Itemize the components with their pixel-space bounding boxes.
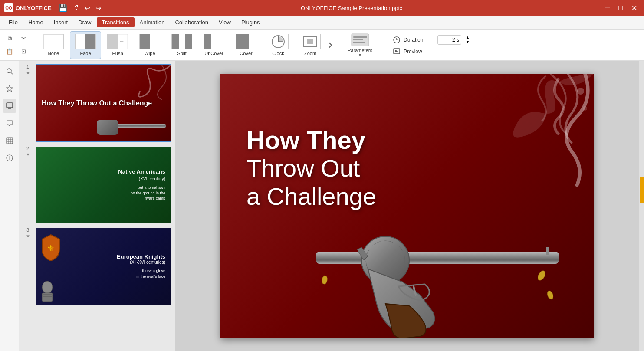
menu-file[interactable]: File — [3, 17, 23, 27]
slide-item-2[interactable]: 2 ★ Native Americans (XVII century) put … — [23, 146, 171, 224]
close-button[interactable]: ✕ — [629, 3, 640, 13]
svg-rect-11 — [249, 34, 249, 49]
parameters-button[interactable]: Parameters ▼ — [343, 31, 373, 59]
svg-rect-20 — [353, 36, 367, 38]
transition-push[interactable]: ← Push — [102, 31, 133, 59]
gun-thumbnail-1 — [97, 115, 171, 139]
slide-thumbnail-1[interactable]: How They Throw Out a Challenge — [36, 64, 171, 142]
slide1-background: How They Throw Out a Challenge — [36, 65, 171, 141]
svg-text:←: ← — [119, 38, 125, 44]
maximize-button[interactable]: □ — [616, 3, 625, 13]
svg-rect-31 — [7, 103, 13, 108]
slide-star-3: ★ — [26, 233, 30, 238]
slide-item-3[interactable]: 3 ★ ⚜ — [23, 227, 171, 305]
svg-point-52 — [546, 290, 554, 300]
svg-rect-42 — [42, 293, 53, 302]
transition-none-icon — [43, 34, 64, 49]
slide-star-1: ★ — [26, 70, 30, 75]
slide1-text: How They Throw Out a Challenge — [42, 99, 152, 108]
copy-button[interactable]: ⧉ — [3, 33, 16, 44]
slide2-title: Native Americans — [118, 168, 165, 175]
transition-fade[interactable]: Fade — [70, 31, 101, 59]
menu-draw[interactable]: Draw — [73, 17, 96, 27]
svg-point-41 — [42, 281, 53, 293]
redo-icon[interactable]: ↪ — [95, 4, 101, 12]
sidebar-star-button[interactable] — [3, 82, 16, 95]
duration-down[interactable]: ▼ — [466, 40, 470, 45]
menu-animation[interactable]: Animation — [135, 17, 170, 27]
toolbar: ⧉ ✂ 📋 ⊡ None Fade — [0, 30, 644, 61]
transition-cover-icon — [236, 34, 256, 49]
slide2-background: Native Americans (XVII century) put a to… — [36, 147, 171, 223]
duration-input[interactable] — [437, 35, 461, 45]
document-title: ONLYOFFICE Sample Presentation.pptx — [101, 5, 602, 11]
transition-zoom[interactable]: Zoom — [295, 31, 326, 59]
paste-button[interactable]: 📋 — [3, 46, 16, 57]
right-scrollbar[interactable] — [639, 61, 644, 351]
svg-rect-7 — [211, 34, 224, 49]
menu-view[interactable]: View — [214, 17, 236, 27]
main-slide[interactable]: How They Throw Out a Challenge — [220, 74, 594, 338]
canvas-area: How They Throw Out a Challenge — [175, 61, 639, 351]
menu-collaboration[interactable]: Collaboration — [170, 17, 214, 27]
slide-number-col-2: 2 ★ — [23, 146, 33, 157]
transition-split[interactable]: Split — [166, 31, 197, 59]
transition-wipe[interactable]: Wipe — [134, 31, 165, 59]
sidebar-info-button[interactable]: i — [3, 151, 16, 165]
slide-thumbnail-3[interactable]: ⚜ European Knights (XII-XVI centuries — [36, 227, 171, 305]
transition-split-label: Split — [177, 51, 186, 56]
sidebar-slides-button[interactable] — [3, 99, 16, 113]
side-panel: i — [0, 61, 19, 351]
cut-button[interactable]: ✂ — [17, 33, 30, 44]
undo-icon[interactable]: ↩ — [85, 4, 90, 12]
slide-item-1[interactable]: 1 ★ How They Throw Out a Challenge — [23, 64, 171, 142]
bullet-lower — [316, 273, 333, 286]
select-button[interactable]: ⊡ — [17, 46, 30, 57]
menu-home[interactable]: Home — [23, 17, 49, 27]
transition-uncover-icon — [204, 34, 224, 49]
svg-rect-5 — [185, 34, 192, 49]
slide-thumbnail-2[interactable]: Native Americans (XVII century) put a to… — [36, 146, 171, 224]
transition-cover[interactable]: Cover — [230, 31, 262, 59]
svg-text:⚜: ⚜ — [47, 243, 55, 253]
menu-insert[interactable]: Insert — [49, 17, 73, 27]
window-controls[interactable]: ─ □ ✕ — [602, 3, 640, 13]
save-icon[interactable]: 💾 — [59, 4, 67, 12]
bullet-casings — [533, 269, 559, 304]
sidebar-table-button[interactable] — [3, 134, 16, 148]
menu-transitions[interactable]: Transitions — [97, 17, 135, 27]
duration-up[interactable]: ▲ — [466, 35, 470, 40]
sidebar-comment-button[interactable] — [3, 116, 16, 130]
transition-none[interactable]: None — [38, 31, 69, 59]
parameters-label: Parameters — [348, 48, 372, 53]
svg-rect-22 — [353, 42, 365, 43]
svg-line-29 — [11, 72, 13, 74]
transition-uncover-label: UnCover — [204, 51, 223, 56]
transition-cover-label: Cover — [240, 51, 252, 56]
svg-point-51 — [536, 269, 547, 282]
slide3-background: ⚜ European Knights (XII-XVI centuries — [36, 228, 171, 305]
transition-push-icon: ← — [107, 34, 128, 49]
more-transitions-button[interactable] — [327, 31, 335, 59]
slide-number-3: 3 — [26, 227, 29, 233]
minimize-button[interactable]: ─ — [602, 3, 612, 13]
transition-list: None Fade ← Push Wipe — [38, 31, 326, 59]
transition-uncover[interactable]: UnCover — [198, 31, 230, 59]
duration-spinners[interactable]: ▲ ▼ — [466, 35, 470, 45]
main-slide-title: How They Throw Out a Challenge — [246, 126, 376, 210]
toolbar-separator-1 — [338, 34, 338, 56]
duration-row: Duration ▲ ▼ — [393, 35, 470, 45]
svg-rect-8 — [211, 34, 211, 49]
transition-clock[interactable]: Clock — [263, 31, 294, 59]
right-scrollbar-thumb[interactable] — [640, 177, 644, 203]
menu-plugins[interactable]: Plugins — [236, 17, 265, 27]
slide3-body: threw a glovein the rival's face — [136, 268, 165, 279]
print-icon[interactable]: 🖨 — [72, 4, 79, 12]
svg-point-28 — [7, 69, 11, 73]
transition-fade-label: Fade — [80, 51, 91, 56]
transition-zoom-label: Zoom — [304, 51, 316, 56]
transition-wipe-icon — [139, 34, 160, 49]
slide3-shield: ⚜ — [40, 233, 62, 263]
sidebar-search-button[interactable] — [3, 64, 16, 78]
svg-rect-33 — [7, 138, 13, 144]
